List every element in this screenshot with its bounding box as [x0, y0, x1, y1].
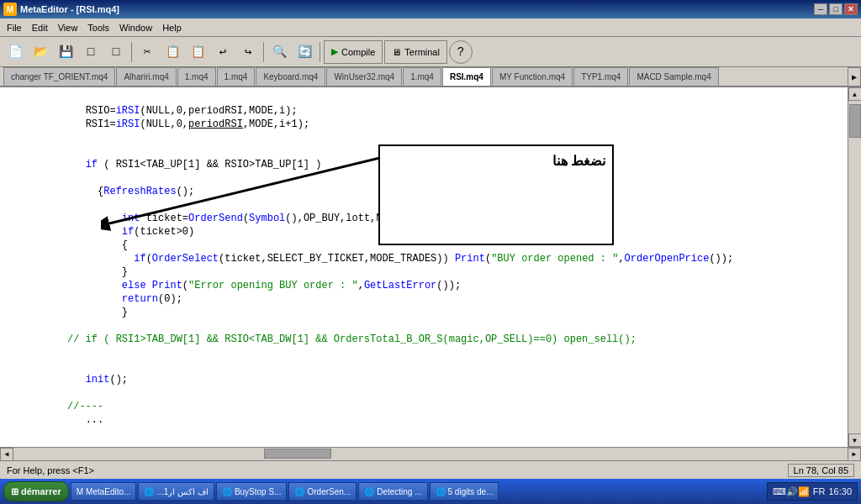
minimize-button[interactable]: ─	[814, 3, 827, 15]
replace-button[interactable]: 🔄	[293, 40, 316, 64]
vertical-scrollbar[interactable]: ▲ ▼	[848, 87, 861, 447]
window-title: MetaEditor - [RSI.mq4]	[20, 4, 119, 14]
taskbar-icon-ordersen: 🌐	[294, 487, 304, 496]
code-area[interactable]: RSIO=iRSI(NULL,0,periodRSI,MODE,i); RSI1…	[0, 87, 848, 447]
maximize-button[interactable]: □	[829, 3, 843, 15]
code-line-blank8	[7, 373, 841, 386]
taskbar-label-buystop: BuyStop S...	[235, 487, 282, 496]
menu-view[interactable]: View	[53, 21, 83, 34]
save-button[interactable]: 💾	[54, 40, 77, 64]
taskbar-icon-5digits: 🌐	[436, 487, 446, 496]
toolbar: 📄 📂 💾 □ □ ✂ 📋 📋 ↩ ↪ 🔍 🔄 ▶ Compile 🖥 Term…	[0, 37, 861, 67]
taskbar-item-af[interactable]: 🌐 ...اف اکس ار1	[138, 482, 214, 501]
taskbar-item-5digits[interactable]: 🌐 5 digits de...	[430, 482, 499, 501]
tabs-scroll-right[interactable]: ▶	[848, 67, 861, 86]
print-button[interactable]: □	[104, 40, 128, 64]
systray: ⌨🔊📶 FR 16:30	[767, 482, 858, 501]
tab-1mq4-1[interactable]: 1.mq4	[177, 67, 216, 86]
scroll-h-thumb[interactable]	[264, 449, 331, 459]
menu-help[interactable]: Help	[157, 21, 187, 34]
status-bar: For Help, press <F1> Ln 78, Col 85	[0, 460, 861, 479]
start-label: démarrer	[21, 486, 61, 496]
editor-wrapper: RSIO=iRSI(NULL,0,periodRSI,MODE,i); RSI1…	[0, 87, 861, 479]
copy-button[interactable]: 📋	[161, 40, 184, 64]
tab-myfunction[interactable]: MY Function.mq4	[492, 67, 573, 86]
taskbar-label-5digits: 5 digits de...	[448, 487, 494, 496]
terminal-label: Terminal	[404, 47, 440, 57]
close-button[interactable]: ✕	[844, 3, 858, 15]
scroll-track[interactable]	[13, 448, 848, 460]
help-text: For Help, press <F1>	[7, 465, 94, 475]
tab-keyboard[interactable]: Keyboard.mq4	[256, 67, 325, 86]
terminal-button[interactable]: 🖥 Terminal	[384, 40, 447, 64]
redo-button[interactable]: ↪	[236, 40, 260, 64]
tab-macd[interactable]: MACD Sample.mq4	[629, 67, 718, 86]
taskbar: ⊞ démarrer M MetaEdito... 🌐 ...اف اکس ار…	[0, 479, 861, 504]
code-line-dots: ...	[7, 400, 841, 413]
menu-tools[interactable]: Tools	[82, 21, 114, 34]
help-button[interactable]: ?	[449, 40, 473, 64]
annotation-box: نضغط هنا	[378, 144, 614, 245]
taskbar-label-ordersen: OrderSen...	[307, 487, 351, 496]
compile-label: Compile	[341, 47, 375, 57]
taskbar-right: ⌨🔊📶 FR 16:30	[767, 482, 858, 501]
new-file-button[interactable]: 📄	[3, 40, 27, 64]
toolbar-separator-3	[320, 42, 320, 62]
taskbar-item-ordersen[interactable]: 🌐 OrderSen...	[288, 482, 357, 501]
tab-alhariri[interactable]: Alhariri.mq4	[116, 67, 176, 86]
code-line-init: init();	[7, 360, 841, 373]
menu-bar: File Edit View Tools Window Help	[0, 18, 861, 37]
toolbar-separator-2	[263, 42, 264, 62]
menu-window[interactable]: Window	[114, 21, 157, 34]
title-bar: M MetaEditor - [RSI.mq4] ─ □ ✕	[0, 0, 861, 18]
taskbar-icon-buystop: 🌐	[222, 487, 232, 496]
menu-edit[interactable]: Edit	[27, 21, 53, 34]
undo-button[interactable]: ↩	[211, 40, 235, 64]
code-line-blank7	[7, 346, 841, 360]
taskbar-item-buystop[interactable]: 🌐 BuyStop S...	[216, 482, 288, 501]
open-file-button[interactable]: 📂	[29, 40, 52, 64]
cursor-position: Ln 78, Col 85	[788, 464, 854, 477]
menu-file[interactable]: File	[2, 21, 27, 34]
taskbar-label-detecting: Detecting ...	[377, 487, 421, 496]
paste-button[interactable]: 📋	[186, 40, 209, 64]
scroll-right-button[interactable]: ▶	[848, 448, 861, 461]
tab-typ1[interactable]: TYP1.mq4	[573, 67, 628, 86]
scroll-up-button[interactable]: ▲	[848, 87, 862, 101]
window-controls: ─ □ ✕	[814, 3, 858, 15]
tab-rsi[interactable]: RSI.mq4	[442, 67, 491, 86]
start-button[interactable]: ⊞ démarrer	[3, 481, 69, 501]
code-line-else: else Print("Error opening BUY order : ",…	[7, 265, 841, 279]
cut-button[interactable]: ✂	[135, 40, 159, 64]
code-line-1: RSIO=iRSI(NULL,0,periodRSI,MODE,i);	[7, 91, 841, 104]
scroll-down-button[interactable]: ▼	[848, 433, 862, 447]
find-button[interactable]: 🔍	[267, 40, 291, 64]
systray-icons: ⌨🔊📶	[773, 486, 810, 497]
annotation-text: نضغط هنا	[380, 146, 612, 176]
tabs-bar: changer TF_ORIENT.mq4 Alhariri.mq4 1.mq4…	[0, 67, 861, 87]
taskbar-label-metaeditor: MetaEdito...	[86, 487, 130, 496]
scroll-left-button[interactable]: ◀	[0, 448, 13, 461]
taskbar-label-af: ...اف اکس ار1	[156, 487, 208, 496]
app-icon: M	[3, 3, 17, 16]
language-indicator: FR	[813, 486, 826, 496]
tab-1mq4-3[interactable]: 1.mq4	[403, 67, 441, 86]
taskbar-item-metaeditor[interactable]: M MetaEdito...	[71, 482, 137, 501]
windows-logo: ⊞	[11, 486, 18, 497]
editor-body[interactable]: RSIO=iRSI(NULL,0,periodRSI,MODE,i); RSI1…	[0, 87, 848, 447]
scroll-thumb[interactable]	[849, 104, 861, 138]
taskbar-icon-metaeditor: M	[77, 487, 83, 496]
editor-main: RSIO=iRSI(NULL,0,periodRSI,MODE,i); RSI1…	[0, 87, 861, 447]
code-line-blank5	[7, 306, 841, 319]
save-all-button[interactable]: □	[79, 40, 103, 64]
code-line-blank2	[7, 131, 841, 144]
tab-1mq4-2[interactable]: 1.mq4	[217, 67, 256, 86]
compile-button[interactable]: ▶ Compile	[324, 40, 383, 64]
taskbar-icon-detecting: 🌐	[364, 487, 374, 496]
horizontal-scrollbar[interactable]: ◀ ▶	[0, 447, 861, 460]
taskbar-item-detecting[interactable]: 🌐 Detecting ...	[358, 482, 427, 501]
taskbar-icon-af: 🌐	[144, 487, 154, 496]
tab-winuser[interactable]: WinUser32.mq4	[326, 67, 402, 86]
tab-changer[interactable]: changer TF_ORIENT.mq4	[3, 67, 115, 86]
systray-clock: 16:30	[828, 486, 852, 496]
